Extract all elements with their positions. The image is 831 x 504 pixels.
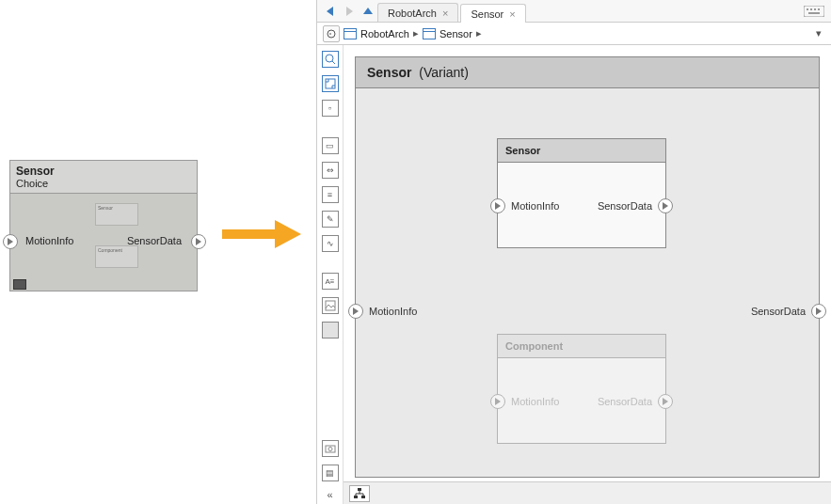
svg-rect-23 bbox=[361, 496, 365, 498]
editor-pane: RobotArch × Sensor × RobotArch ▸ Se bbox=[316, 0, 831, 504]
breadcrumb: RobotArch ▸ Sensor ▸ ▾ bbox=[317, 23, 831, 45]
variant-choice-component-body: MotionInfo SensorData bbox=[498, 358, 665, 443]
source-inport-label: MotionInfo bbox=[25, 235, 73, 246]
palette-tool-1[interactable]: ▫ bbox=[322, 100, 339, 117]
canvas-title-name: Sensor bbox=[367, 65, 411, 80]
keyboard-icon[interactable] bbox=[801, 0, 827, 22]
svg-rect-7 bbox=[814, 8, 816, 10]
canvas-inport-label: MotionInfo bbox=[369, 306, 417, 317]
tab-sensor[interactable]: Sensor × bbox=[460, 4, 525, 23]
palette-tool-4[interactable]: ≡ bbox=[322, 186, 339, 203]
palette: ▫ ▭ ⇔ ≡ ✎ ∿ A≡ ▤ « bbox=[317, 45, 344, 504]
palette-image-icon[interactable] bbox=[322, 297, 339, 314]
svg-rect-9 bbox=[808, 12, 820, 14]
svg-rect-5 bbox=[807, 8, 808, 10]
palette-tool-2[interactable]: ▭ bbox=[322, 137, 339, 154]
canvas-outport[interactable] bbox=[811, 304, 826, 319]
tab-robotarch[interactable]: RobotArch × bbox=[377, 3, 458, 22]
breadcrumb-item-robotarch[interactable]: RobotArch bbox=[360, 28, 409, 39]
source-block[interactable]: Sensor Choice Sensor Component MotionInf… bbox=[9, 160, 198, 291]
svg-rect-13 bbox=[326, 79, 335, 88]
canvas-title-qualifier: (Variant) bbox=[419, 65, 469, 80]
tab-sensor-close[interactable]: × bbox=[509, 8, 515, 20]
svg-rect-4 bbox=[804, 6, 824, 17]
palette-tool-5[interactable]: ✎ bbox=[322, 211, 339, 228]
canvas-inport[interactable] bbox=[348, 304, 363, 319]
palette-tool-6[interactable]: ∿ bbox=[322, 235, 339, 252]
source-block-body: Sensor Component MotionInfo SensorData bbox=[10, 194, 197, 292]
sensor-inport-label: MotionInfo bbox=[511, 200, 559, 212]
canvas-title: Sensor (Variant) bbox=[356, 57, 819, 88]
palette-fit-icon[interactable] bbox=[322, 75, 339, 92]
chevron-right-icon: ▸ bbox=[413, 27, 419, 39]
variant-badge-icon bbox=[13, 279, 26, 290]
source-thumbnail-sensor: Sensor bbox=[95, 203, 138, 226]
component-inport[interactable] bbox=[490, 394, 505, 409]
palette-camera-icon[interactable] bbox=[322, 440, 339, 457]
source-outport-label: SensorData bbox=[127, 235, 182, 246]
workspace: ▫ ▭ ⇔ ≡ ✎ ∿ A≡ ▤ « Sensor bbox=[317, 45, 831, 504]
svg-rect-8 bbox=[818, 8, 820, 10]
palette-tool-7[interactable]: A≡ bbox=[322, 273, 339, 290]
source-block-title: Sensor bbox=[16, 165, 191, 178]
transform-arrow-icon bbox=[222, 220, 301, 248]
svg-marker-2 bbox=[346, 7, 353, 16]
canvas-area[interactable]: Sensor (Variant) MotionInfo SensorData S… bbox=[344, 45, 831, 504]
svg-rect-6 bbox=[810, 8, 812, 10]
svg-marker-0 bbox=[222, 220, 301, 248]
footer-hierarchy-tab[interactable] bbox=[349, 485, 370, 502]
component-outport[interactable] bbox=[658, 394, 673, 409]
canvas-footer bbox=[344, 481, 831, 504]
svg-rect-22 bbox=[354, 496, 358, 498]
source-block-header: Sensor Choice bbox=[10, 161, 197, 194]
tab-robotarch-close[interactable]: × bbox=[442, 8, 448, 19]
source-outport[interactable] bbox=[191, 234, 206, 249]
source-block-subtitle: Choice bbox=[16, 178, 191, 189]
nav-back-button[interactable] bbox=[321, 0, 340, 22]
nav-forward-button[interactable] bbox=[340, 0, 359, 22]
breadcrumb-model-icon bbox=[344, 28, 357, 39]
nav-up-button[interactable] bbox=[359, 0, 377, 22]
svg-point-11 bbox=[326, 55, 333, 62]
palette-tool-3[interactable]: ⇔ bbox=[322, 162, 339, 179]
variant-choice-component[interactable]: Component MotionInfo SensorData bbox=[497, 334, 666, 444]
variant-choice-sensor[interactable]: Sensor MotionInfo SensorData bbox=[497, 138, 666, 248]
sensor-inport[interactable] bbox=[490, 198, 505, 213]
tab-bar: RobotArch × Sensor × bbox=[317, 0, 831, 23]
palette-tool-9[interactable] bbox=[322, 322, 339, 339]
sensor-outport[interactable] bbox=[658, 198, 673, 213]
svg-marker-1 bbox=[327, 7, 333, 16]
breadcrumb-history-button[interactable] bbox=[323, 25, 340, 42]
variant-choice-sensor-title: Sensor bbox=[498, 139, 665, 163]
sensor-outport-label: SensorData bbox=[598, 200, 652, 212]
tab-sensor-label: Sensor bbox=[471, 8, 503, 20]
breadcrumb-dropdown[interactable]: ▾ bbox=[812, 27, 825, 40]
canvas-outport-label: SensorData bbox=[751, 306, 806, 317]
svg-line-12 bbox=[332, 61, 335, 64]
variant-canvas[interactable]: Sensor (Variant) MotionInfo SensorData S… bbox=[355, 56, 820, 478]
component-outport-label: SensorData bbox=[598, 396, 652, 407]
component-inport-label: MotionInfo bbox=[511, 396, 559, 407]
palette-library-icon[interactable]: ▤ bbox=[322, 465, 339, 481]
chevron-right-icon: ▸ bbox=[476, 27, 482, 39]
breadcrumb-subsystem-icon bbox=[423, 28, 436, 39]
source-thumbnail-component: Component bbox=[95, 245, 138, 268]
variant-choice-sensor-body: MotionInfo SensorData bbox=[498, 163, 665, 247]
svg-rect-17 bbox=[358, 488, 361, 491]
palette-collapse-button[interactable]: « bbox=[327, 489, 332, 500]
tab-robotarch-label: RobotArch bbox=[388, 8, 437, 19]
variant-choice-component-title: Component bbox=[498, 335, 665, 358]
svg-point-16 bbox=[328, 448, 332, 451]
source-inport[interactable] bbox=[3, 234, 18, 249]
svg-marker-3 bbox=[363, 8, 373, 14]
palette-zoom-icon[interactable] bbox=[322, 51, 339, 68]
breadcrumb-item-sensor[interactable]: Sensor bbox=[439, 28, 472, 39]
